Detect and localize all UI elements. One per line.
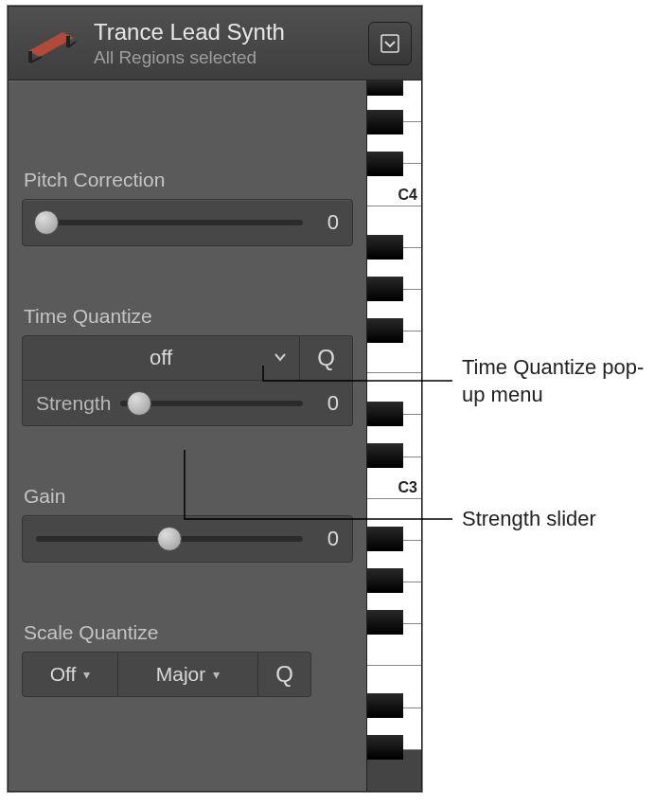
strength-value: 0 — [316, 391, 339, 416]
time-quantize-popup[interactable]: off — [22, 335, 300, 381]
piano-keyboard[interactable]: C4 C3 — [366, 81, 421, 791]
gain-label: Gain — [24, 485, 353, 508]
pitch-correction-slider[interactable]: 0 — [22, 199, 353, 246]
view-menu-button[interactable] — [368, 22, 412, 65]
dropdown-icon — [380, 33, 400, 54]
time-quantize-value: off — [150, 346, 172, 370]
key-label-c3: C3 — [398, 479, 417, 496]
chevron-down-icon: ▾ — [83, 667, 90, 682]
key-label-c4: C4 — [398, 187, 417, 204]
scale-type-popup[interactable]: Major ▾ — [118, 652, 258, 697]
scale-quantize-label: Scale Quantize — [24, 621, 353, 644]
quantize-button[interactable]: Q — [300, 335, 353, 381]
svg-rect-5 — [381, 35, 398, 52]
selection-subtitle: All Regions selected — [94, 47, 368, 68]
scale-root-popup[interactable]: Off ▾ — [22, 652, 118, 697]
callout-time-quantize: Time Quantize pop-up menu — [462, 354, 651, 408]
gain-value: 0 — [316, 527, 339, 551]
time-quantize-label: Time Quantize — [24, 305, 353, 328]
scale-type-value: Major — [156, 663, 206, 686]
pitch-correction-value: 0 — [316, 210, 339, 235]
scale-quantize-button[interactable]: Q — [258, 652, 311, 697]
chevron-down-icon: ▾ — [213, 667, 220, 682]
strength-label: Strength — [36, 392, 111, 415]
chevron-down-icon — [273, 346, 288, 370]
scale-root-value: Off — [50, 663, 77, 686]
editor-panel: Trance Lead Synth All Regions selected P… — [8, 6, 422, 792]
gain-slider[interactable]: 0 — [22, 515, 353, 563]
instrument-icon — [18, 17, 84, 70]
strength-slider[interactable] — [120, 401, 303, 406]
pitch-correction-label: Pitch Correction — [24, 169, 353, 191]
region-controls: Pitch Correction 0 Time Quantize off Q — [9, 81, 366, 791]
callout-strength-slider: Strength slider — [462, 506, 596, 533]
track-title: Trance Lead Synth — [94, 19, 368, 45]
header: Trance Lead Synth All Regions selected — [9, 7, 421, 81]
